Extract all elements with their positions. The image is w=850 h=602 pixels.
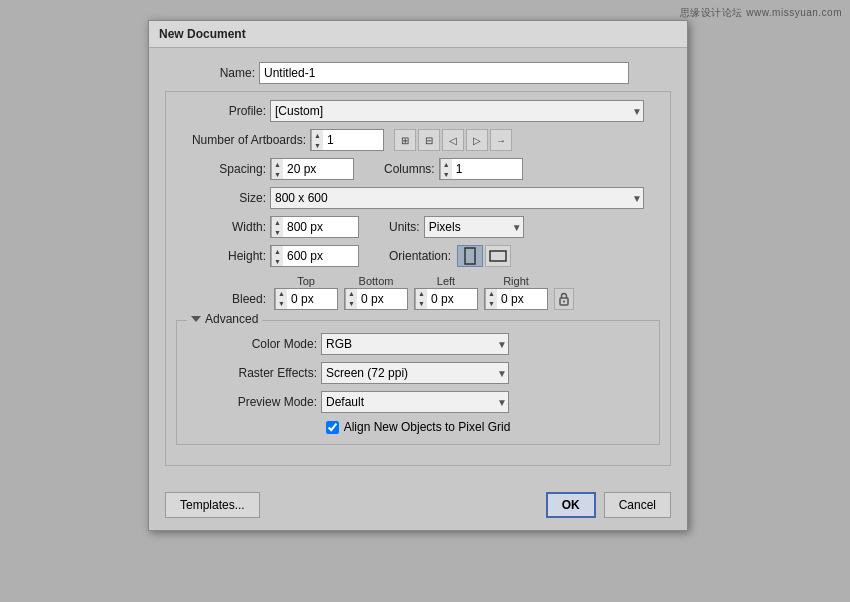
bleed-label: Bleed:: [176, 292, 266, 306]
spacing-up[interactable]: ▲: [272, 159, 283, 169]
bleed-left-up[interactable]: ▲: [416, 289, 427, 299]
svg-point-3: [563, 301, 565, 303]
artboards-label: Number of Artboards:: [176, 133, 306, 147]
orientation-label: Orientation:: [389, 249, 451, 263]
name-label: Name:: [165, 66, 255, 80]
profile-label: Profile:: [176, 104, 266, 118]
landscape-button[interactable]: [485, 245, 511, 267]
units-select[interactable]: Pixels Inches Millimeters: [424, 216, 524, 238]
artboards-up[interactable]: ▲: [312, 130, 323, 140]
colormode-label: Color Mode:: [187, 337, 317, 351]
preview-label: Preview Mode:: [187, 395, 317, 409]
spacing-input[interactable]: [283, 159, 353, 179]
columns-down[interactable]: ▼: [441, 169, 452, 179]
watermark: 思缘设计论坛 www.missyuan.com: [680, 6, 842, 20]
height-spinner[interactable]: ▲ ▼: [270, 245, 359, 267]
height-down[interactable]: ▼: [272, 256, 283, 266]
units-label: Units:: [389, 220, 420, 234]
svg-rect-0: [465, 248, 475, 264]
orientation-buttons: [457, 245, 511, 267]
dialog-titlebar: New Document: [149, 21, 687, 48]
bleed-left-spinner[interactable]: ▲ ▼: [414, 288, 478, 310]
bleed-bottom-input[interactable]: [357, 289, 407, 309]
bleed-right-label: Right: [503, 275, 529, 287]
bleed-right-input[interactable]: [497, 289, 547, 309]
width-down[interactable]: ▼: [272, 227, 283, 237]
colormode-select[interactable]: RGB CMYK Grayscale: [321, 333, 509, 355]
raster-label: Raster Effects:: [187, 366, 317, 380]
align-checkbox-label[interactable]: Align New Objects to Pixel Grid: [344, 420, 511, 434]
bleed-bottom-up[interactable]: ▲: [346, 289, 357, 299]
width-up[interactable]: ▲: [272, 217, 283, 227]
bleed-left-label: Left: [437, 275, 455, 287]
bleed-lock-icon[interactable]: [554, 288, 574, 310]
bleed-top-up[interactable]: ▲: [276, 289, 287, 299]
raster-select[interactable]: Screen (72 ppi) Medium (150 ppi) High (3…: [321, 362, 509, 384]
spacing-label: Spacing:: [176, 162, 266, 176]
bleed-top-label: Top: [297, 275, 315, 287]
name-input[interactable]: [259, 62, 629, 84]
bleed-right-up[interactable]: ▲: [486, 289, 497, 299]
width-input[interactable]: [283, 217, 358, 237]
spacing-spinner[interactable]: ▲ ▼: [270, 158, 354, 180]
bleed-left-down[interactable]: ▼: [416, 299, 427, 309]
align-checkbox[interactable]: [326, 421, 339, 434]
artboard-arrow-icon[interactable]: →: [490, 129, 512, 151]
bleed-left-input[interactable]: [427, 289, 477, 309]
columns-spinner[interactable]: ▲ ▼: [439, 158, 523, 180]
bleed-top-down[interactable]: ▼: [276, 299, 287, 309]
bleed-top-input[interactable]: [287, 289, 337, 309]
advanced-collapse-icon: [191, 316, 201, 322]
preview-select[interactable]: Default Pixel Overprint: [321, 391, 509, 413]
profile-select[interactable]: [Custom] Print Web Mobile: [270, 100, 644, 122]
bleed-top-spinner[interactable]: ▲ ▼: [274, 288, 338, 310]
advanced-label: Advanced: [205, 312, 258, 326]
bleed-bottom-down[interactable]: ▼: [346, 299, 357, 309]
size-label: Size:: [176, 191, 266, 205]
bleed-right-spinner[interactable]: ▲ ▼: [484, 288, 548, 310]
templates-button[interactable]: Templates...: [165, 492, 260, 518]
svg-rect-1: [490, 251, 506, 261]
cancel-button[interactable]: Cancel: [604, 492, 671, 518]
width-spinner[interactable]: ▲ ▼: [270, 216, 359, 238]
artboard-row-icon[interactable]: ⊟: [418, 129, 440, 151]
portrait-button[interactable]: [457, 245, 483, 267]
artboards-spinner[interactable]: ▲ ▼: [310, 129, 384, 151]
artboards-down[interactable]: ▼: [312, 140, 323, 150]
dialog: New Document Name: Profile: [Custom] Pri…: [148, 20, 688, 531]
height-up[interactable]: ▲: [272, 246, 283, 256]
height-input[interactable]: [283, 246, 358, 266]
advanced-title[interactable]: Advanced: [187, 312, 262, 326]
dialog-footer: Templates... OK Cancel: [149, 484, 687, 530]
ok-button[interactable]: OK: [546, 492, 596, 518]
size-select[interactable]: 800 x 600 1024 x 768 1280 x 800: [270, 187, 644, 209]
bleed-right-down[interactable]: ▼: [486, 299, 497, 309]
spacing-down[interactable]: ▼: [272, 169, 283, 179]
artboard-layout-icons: ⊞ ⊟ ◁ ▷ →: [394, 129, 512, 151]
artboard-right-icon[interactable]: ▷: [466, 129, 488, 151]
bleed-bottom-label: Bottom: [359, 275, 394, 287]
columns-up[interactable]: ▲: [441, 159, 452, 169]
height-label: Height:: [176, 249, 266, 263]
width-label: Width:: [176, 220, 266, 234]
artboards-input[interactable]: [323, 130, 383, 150]
artboard-left-icon[interactable]: ◁: [442, 129, 464, 151]
bleed-bottom-spinner[interactable]: ▲ ▼: [344, 288, 408, 310]
artboard-grid-icon[interactable]: ⊞: [394, 129, 416, 151]
columns-input[interactable]: [452, 159, 522, 179]
columns-label: Columns:: [384, 162, 435, 176]
